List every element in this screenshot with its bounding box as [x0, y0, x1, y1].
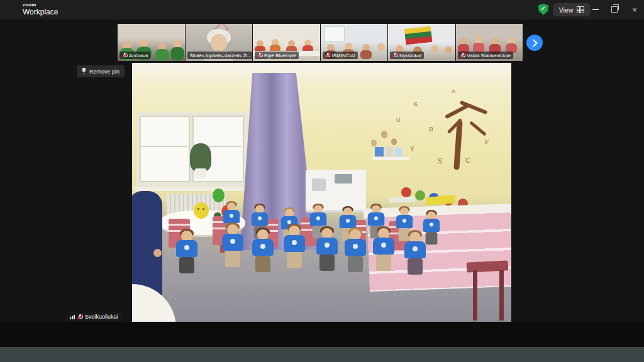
active-speaker-label: Sveikuoliukai — [66, 312, 122, 322]
child-figure — [283, 225, 306, 279]
book — [394, 148, 402, 156]
view-label: View — [559, 6, 574, 14]
muted-mic-icon — [77, 314, 82, 320]
participant-thumbnail[interactable]: Ančiukai — [118, 24, 185, 61]
child-figure — [372, 228, 395, 282]
wall-circles — [401, 187, 411, 197]
next-page-button[interactable] — [526, 35, 543, 51]
restore-button[interactable] — [604, 0, 625, 19]
participant-name-pill: Nykštukai — [390, 52, 424, 59]
muted-mic-icon — [460, 53, 465, 58]
child-figure — [404, 231, 426, 285]
participant-name-pill: Vaida Stankeviciute — [458, 52, 514, 59]
participant-thumbnail[interactable]: Eglė Biveinytė — [253, 24, 320, 61]
security-shield-icon[interactable]: ✓ — [538, 4, 548, 15]
workplace-title: Workplace — [23, 8, 58, 16]
muted-mic-icon — [257, 53, 262, 58]
participant-name-pill: Šilalės lopšelis-darželis Ži... — [187, 52, 252, 59]
wall-shelf — [372, 157, 409, 160]
hand — [153, 249, 162, 257]
foreground-table — [132, 284, 176, 322]
chevron-right-icon — [530, 39, 538, 47]
remove-pin-button[interactable]: Remove pin — [77, 65, 125, 77]
wall-letters: K — [413, 101, 418, 108]
books-stack — [389, 197, 415, 203]
balloon-green — [213, 189, 225, 202]
zoom-meeting-window: zoom Workplace ✓ View × Ančiukai — [0, 0, 644, 362]
participant-filmstrip: Ančiukai Šilalės lopšelis-darželis Ži... — [118, 24, 523, 61]
participant-name-pill: Ančiukai — [119, 52, 150, 59]
participant-thumbnail[interactable]: Šilalės lopšelis-darželis Ži... — [186, 24, 253, 61]
window-sill — [135, 187, 249, 191]
book — [385, 146, 393, 156]
pinned-video[interactable]: K B Y S C V A U — [132, 63, 511, 322]
meeting-toolbar: Audio Video 19 Participants Chat ♡ React — [0, 322, 644, 347]
zoom-logo: zoom — [23, 2, 36, 8]
participant-name-pill: Eglė Biveinytė — [255, 52, 299, 59]
participant-thumbnail[interactable]: Vaida Stankeviciute — [456, 24, 523, 61]
participant-thumbnail[interactable]: IŠMINČIAI — [321, 24, 388, 61]
window — [140, 116, 190, 182]
plant-pot — [195, 168, 206, 178]
title-bar: zoom Workplace ✓ View × — [0, 0, 644, 19]
muted-mic-icon — [122, 53, 127, 58]
child-figure — [252, 229, 274, 283]
muted-mic-icon — [392, 53, 397, 58]
child-figure — [221, 224, 244, 278]
child-figure — [316, 228, 338, 282]
book — [375, 147, 384, 156]
gallery-grid-icon — [577, 6, 584, 13]
face — [211, 34, 227, 52]
child-figure — [175, 230, 198, 284]
participant-name-pill: IŠMINČIAI — [323, 52, 358, 59]
child-figure — [344, 229, 367, 283]
plant — [190, 143, 211, 171]
pin-icon — [82, 68, 86, 75]
balloon-yellow — [194, 202, 209, 219]
window — [325, 26, 345, 41]
network-signal-icon — [70, 315, 75, 319]
wall-art — [381, 131, 387, 138]
adult-figure — [132, 191, 162, 295]
close-button[interactable]: × — [624, 0, 644, 19]
participant-thumbnail[interactable]: Nykštukai — [388, 24, 455, 61]
windows-taskbar: A W M ▶ ❄ 1 cm of snow Thu LIT 09:33 202… — [0, 347, 644, 362]
muted-mic-icon — [325, 53, 330, 58]
minimize-button[interactable] — [585, 0, 606, 19]
